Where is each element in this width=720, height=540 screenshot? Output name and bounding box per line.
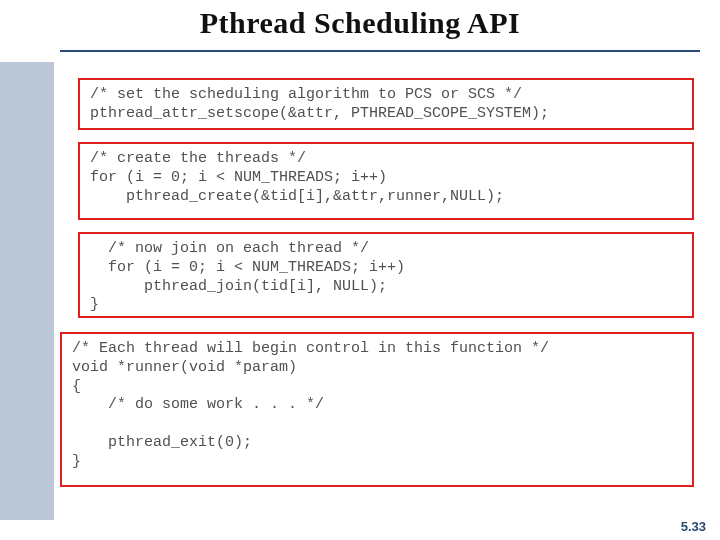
code-box-setscope: /* set the scheduling algorithm to PCS o… <box>78 78 694 130</box>
page-number: 5.33 <box>681 519 706 534</box>
code-create: /* create the threads */ for (i = 0; i <… <box>90 150 682 206</box>
code-box-runner: /* Each thread will begin control in thi… <box>60 332 694 487</box>
slide-title: Pthread Scheduling API <box>0 6 720 40</box>
title-underline <box>60 50 700 52</box>
code-runner: /* Each thread will begin control in thi… <box>72 340 682 471</box>
code-box-join: /* now join on each thread */ for (i = 0… <box>78 232 694 318</box>
code-join: /* now join on each thread */ for (i = 0… <box>90 240 682 315</box>
code-setscope: /* set the scheduling algorithm to PCS o… <box>90 86 682 124</box>
code-box-create: /* create the threads */ for (i = 0; i <… <box>78 142 694 220</box>
left-sidebar <box>0 62 54 520</box>
slide: Pthread Scheduling API /* set the schedu… <box>0 0 720 540</box>
